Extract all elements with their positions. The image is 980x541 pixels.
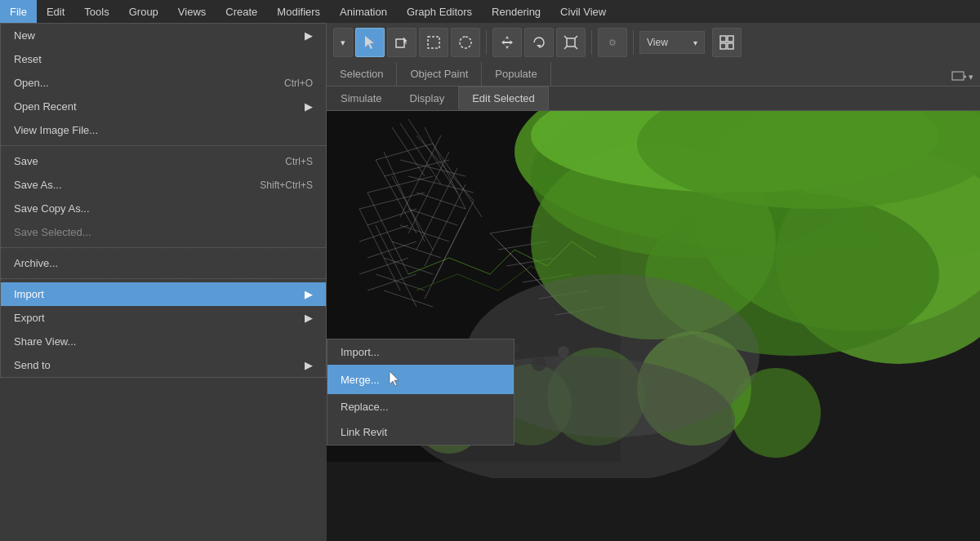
menu-save-copy-as[interactable]: Save Copy As... (1, 197, 326, 220)
file-menu-dropdown: New ▶ Reset Open... Ctrl+O Open Recent ▶… (0, 23, 327, 378)
svg-rect-4 (460, 37, 471, 48)
menu-new[interactable]: New ▶ (1, 24, 326, 47)
menu-open[interactable]: Open... Ctrl+O (1, 71, 326, 95)
circle-select-btn[interactable] (451, 28, 480, 57)
separator-3 (633, 30, 634, 55)
menu-graph-editors[interactable]: Graph Editors (397, 0, 482, 23)
menu-edit[interactable]: Edit (37, 0, 74, 23)
rect-select-btn[interactable] (419, 28, 448, 57)
menu-file[interactable]: File (0, 0, 37, 23)
menu-import[interactable]: Import ▶ (1, 282, 326, 306)
submenu-import[interactable]: Import... (327, 339, 514, 365)
rotate-tool-btn[interactable] (524, 28, 554, 57)
scale-tool-btn[interactable] (556, 28, 586, 57)
snaps-btn[interactable]: ⚙ (598, 28, 627, 57)
menu-send-to[interactable]: Send to ▶ (1, 353, 326, 377)
separator-2 (591, 30, 592, 55)
menu-civil-view[interactable]: Civil View (550, 0, 616, 23)
svg-rect-13 (728, 36, 733, 42)
select-tool-btn[interactable] (355, 28, 385, 57)
menu-save-selected: Save Selected... (1, 220, 326, 244)
svg-line-10 (575, 47, 577, 49)
svg-rect-12 (720, 36, 726, 42)
menu-save-as[interactable]: Save As... Shift+Ctrl+S (1, 173, 326, 197)
tab-simulate[interactable]: Simulate (327, 86, 396, 110)
view-dropdown[interactable]: View ▾ (639, 31, 705, 54)
tab-edit-selected[interactable]: Edit Selected (458, 86, 549, 110)
separator-1 (486, 30, 487, 55)
extra-toolbar-btn[interactable] (712, 28, 742, 57)
menu-reset[interactable]: Reset (1, 47, 326, 71)
toolbar-dropdown-arrow[interactable]: ▾ (333, 28, 353, 57)
tab-selection[interactable]: Selection (327, 62, 397, 86)
menu-bar: File Edit Tools Group Views Create Modif… (0, 0, 980, 23)
viewport (327, 111, 980, 541)
svg-rect-1 (396, 39, 404, 47)
tab-row-1: Selection Object Paint Populate ▾ (327, 62, 980, 86)
import-submenu: Import... Merge... Replace... Link Revit (327, 339, 514, 446)
divider-2 (1, 247, 326, 248)
menu-group[interactable]: Group (119, 0, 168, 23)
svg-rect-16 (952, 72, 964, 80)
menu-export[interactable]: Export ▶ (1, 306, 326, 330)
menu-views[interactable]: Views (168, 0, 216, 23)
menu-open-recent[interactable]: Open Recent ▶ (1, 95, 326, 118)
view-label: View (647, 37, 668, 48)
menu-share-view[interactable]: Share View... (1, 330, 326, 353)
svg-line-8 (564, 36, 567, 38)
svg-rect-7 (567, 38, 575, 47)
menu-view-image[interactable]: View Image File... (1, 118, 326, 142)
svg-rect-14 (720, 43, 726, 49)
move-tool-btn[interactable] (492, 28, 522, 57)
menu-save[interactable]: Save Ctrl+S (1, 149, 326, 173)
view-dropdown-arrow: ▾ (693, 38, 697, 47)
menu-modifiers[interactable]: Modifiers (267, 0, 330, 23)
divider-1 (1, 145, 326, 146)
tab-object-paint[interactable]: Object Paint (397, 62, 482, 86)
svg-point-93 (532, 357, 546, 371)
svg-rect-3 (428, 37, 439, 48)
menu-archive[interactable]: Archive... (1, 251, 326, 275)
menu-animation[interactable]: Animation (330, 0, 397, 23)
divider-3 (1, 278, 326, 279)
svg-line-9 (575, 36, 577, 38)
svg-marker-96 (390, 371, 399, 386)
mouse-cursor-icon (388, 371, 401, 388)
menu-create[interactable]: Create (216, 0, 267, 23)
svg-point-94 (558, 346, 569, 357)
tab-display[interactable]: Display (396, 86, 459, 110)
svg-marker-17 (964, 75, 966, 78)
tab-populate[interactable]: Populate (482, 62, 550, 86)
submenu-link-revit[interactable]: Link Revit (327, 419, 514, 445)
svg-marker-0 (365, 36, 374, 49)
menu-rendering[interactable]: Rendering (482, 0, 550, 23)
svg-rect-15 (728, 43, 733, 49)
svg-marker-5 (501, 36, 513, 49)
svg-line-11 (564, 47, 567, 49)
tab-row-2: Simulate Display Edit Selected (327, 86, 980, 111)
tab-icon-btn[interactable]: ▾ (945, 68, 980, 86)
submenu-replace[interactable]: Replace... (327, 394, 514, 419)
toolbar: ▾ (327, 23, 980, 62)
menu-tools[interactable]: Tools (74, 0, 118, 23)
submenu-merge[interactable]: Merge... (327, 365, 514, 394)
select-region-btn[interactable] (387, 28, 416, 57)
